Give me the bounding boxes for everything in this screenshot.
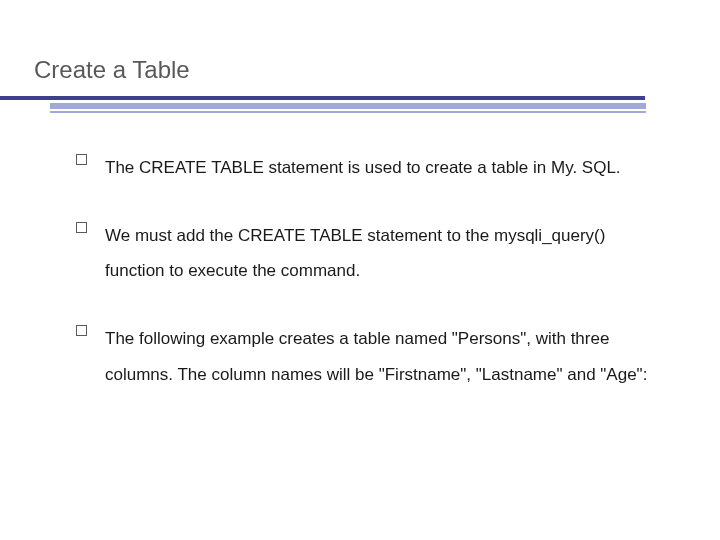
list-item-text: The CREATE TABLE statement is used to cr… <box>105 150 621 186</box>
square-bullet-icon <box>76 325 87 336</box>
list-item: The CREATE TABLE statement is used to cr… <box>76 150 666 186</box>
slide: Create a Table The CREATE TABLE statemen… <box>0 0 720 540</box>
square-bullet-icon <box>76 222 87 233</box>
slide-body: The CREATE TABLE statement is used to cr… <box>76 150 666 424</box>
square-bullet-icon <box>76 154 87 165</box>
slide-title: Create a Table <box>34 56 190 84</box>
list-item: We must add the CREATE TABLE statement t… <box>76 218 666 289</box>
title-divider <box>0 96 720 113</box>
list-item-text: We must add the CREATE TABLE statement t… <box>105 218 666 289</box>
list-item-text: The following example creates a table na… <box>105 321 666 392</box>
list-item: The following example creates a table na… <box>76 321 666 392</box>
